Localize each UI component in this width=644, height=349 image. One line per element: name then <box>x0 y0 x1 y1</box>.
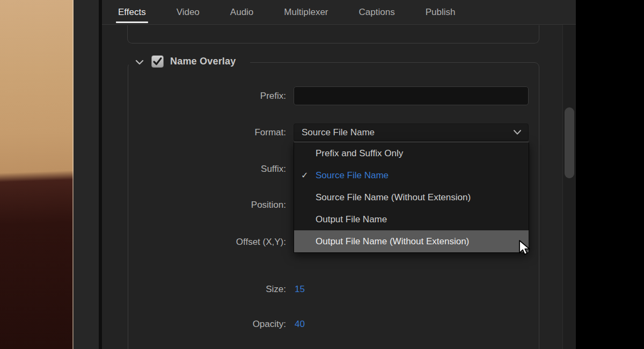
previous-section-box <box>127 25 539 43</box>
size-label: Size: <box>182 284 286 295</box>
screen: EffectsVideoAudioMultiplexerCaptionsPubl… <box>0 0 644 349</box>
offset-label: Offset (X,Y): <box>182 237 286 248</box>
format-option-label: Output File Name <box>316 214 387 225</box>
scrollbar-track[interactable] <box>562 25 576 349</box>
name-overlay-label: Name Overlay <box>170 56 236 67</box>
prefix-input[interactable] <box>294 86 529 105</box>
name-overlay-checkbox[interactable] <box>151 55 164 68</box>
tab-effects[interactable]: Effects <box>118 7 146 18</box>
chevron-down-icon[interactable] <box>134 57 145 67</box>
format-selected-value: Source File Name <box>302 127 513 138</box>
format-option[interactable]: Output File Name <box>294 208 529 230</box>
chevron-down-icon <box>513 128 522 137</box>
format-label: Format: <box>182 127 286 138</box>
window-edge-strip <box>74 0 99 349</box>
format-option[interactable]: Source File Name (Without Extension) <box>294 186 529 208</box>
opacity-value[interactable]: 40 <box>295 319 305 330</box>
format-option[interactable]: Prefix and Suffix Only <box>294 142 529 164</box>
suffix-label: Suffix: <box>182 164 286 174</box>
opacity-label: Opacity: <box>182 319 286 330</box>
format-dropdown-menu: Prefix and Suffix Only✓Source File NameS… <box>294 142 529 253</box>
size-value[interactable]: 15 <box>295 284 305 295</box>
check-icon: ✓ <box>301 170 316 180</box>
tab-publish[interactable]: Publish <box>426 7 456 18</box>
format-option[interactable]: Output File Name (Without Extension) <box>294 230 529 252</box>
tab-bar: EffectsVideoAudioMultiplexerCaptionsPubl… <box>102 0 576 25</box>
tab-video[interactable]: Video <box>177 7 200 18</box>
black-margin <box>576 0 644 349</box>
prefix-label: Prefix: <box>182 91 286 101</box>
desktop-background-photo <box>0 0 74 349</box>
format-option-label: Prefix and Suffix Only <box>316 148 403 159</box>
scrollbar-thumb[interactable] <box>565 107 574 178</box>
tab-multiplexer[interactable]: Multiplexer <box>284 7 328 18</box>
format-option-label: Output File Name (Without Extension) <box>316 236 469 247</box>
position-label: Position: <box>182 200 286 210</box>
export-settings-panel: EffectsVideoAudioMultiplexerCaptionsPubl… <box>102 0 576 349</box>
format-option-label: Source File Name (Without Extension) <box>316 192 471 203</box>
tab-audio[interactable]: Audio <box>230 7 253 18</box>
format-option-label: Source File Name <box>316 170 389 181</box>
tab-captions[interactable]: Captions <box>359 7 395 18</box>
format-dropdown-button[interactable]: Source File Name <box>294 123 529 141</box>
format-option[interactable]: ✓Source File Name <box>294 164 529 186</box>
